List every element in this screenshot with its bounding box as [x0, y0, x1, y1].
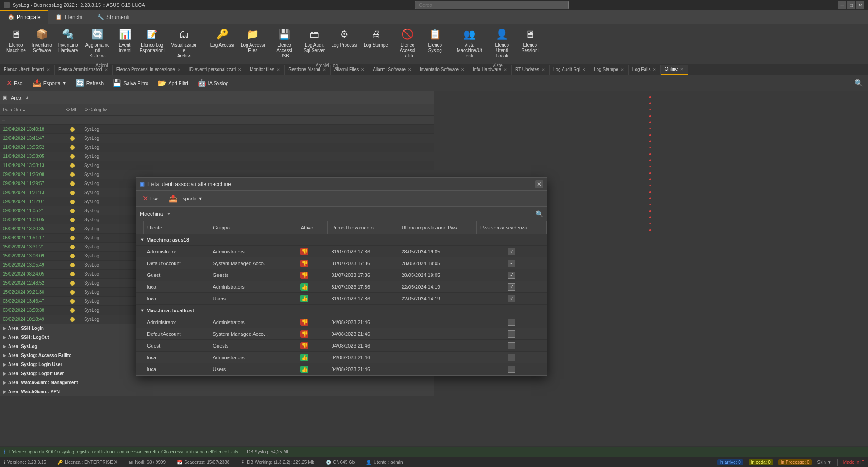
close-tab-processi[interactable]: ✕	[177, 67, 181, 72]
close-tab-utenti-interni[interactable]: ✕	[46, 67, 51, 72]
table-row[interactable]: DefaultAccount System Managed Acco... 👎 …	[136, 257, 547, 269]
close-tab-log-stampe[interactable]: ✕	[620, 67, 625, 72]
close-tab-log-fails[interactable]: ✕	[652, 67, 657, 72]
table-row[interactable]: 11/04/2024 13:08:13 SysLog	[0, 161, 434, 170]
modal-esporta-button[interactable]: 📤 Esporta ▼	[165, 192, 206, 205]
refresh-button[interactable]: 🔄 Refresh	[72, 77, 108, 89]
btn-inventario-software[interactable]: 📦 InventarioSoftware	[29, 25, 55, 55]
doc-tab-online[interactable]: Online ✕	[661, 65, 688, 75]
doc-tab-amministratori[interactable]: Elenco Amministratori ✕	[55, 65, 113, 75]
area-sort-icon[interactable]: ▲	[25, 95, 29, 100]
btn-log-audit-sql[interactable]: 🗃 Log AuditSql Server	[301, 25, 327, 55]
btn-eventi-interni[interactable]: 📊 EventiInterni	[114, 25, 136, 55]
apri-filtri-button[interactable]: 📂 Apri Filtri	[154, 77, 191, 89]
maximize-button[interactable]: □	[847, 1, 855, 9]
doc-tab-utenti-interni[interactable]: Elenco Utenti Interni ✕	[0, 65, 55, 75]
table-row[interactable]: 12/04/2024 13:40:18 SysLog	[0, 125, 434, 134]
table-row[interactable]: DefaultAccount System Managed Acco... 👎 …	[136, 328, 547, 340]
expand-syslog[interactable]: ▶	[3, 344, 6, 349]
minimize-button[interactable]: ─	[838, 1, 846, 9]
doc-tab-log-fails[interactable]: Log Fails ✕	[629, 65, 661, 75]
expand-ssh-login[interactable]: ▶	[3, 326, 6, 331]
btn-log-accessi[interactable]: 🔑 Log Accessi	[208, 25, 237, 50]
expand-ssh-logout[interactable]: ▶	[3, 335, 6, 340]
tab-strumenti[interactable]: 🔧 Strumenti	[90, 10, 137, 24]
doc-tab-allarmi-files[interactable]: Allarmi Files ✕	[331, 65, 369, 75]
macchina-filter-label[interactable]: Macchina	[140, 211, 163, 217]
search-icon-right[interactable]: 🔍	[853, 77, 865, 89]
expand-syslog-login-user[interactable]: ▶	[3, 362, 6, 367]
btn-log-processi[interactable]: ⚙ Log Processi	[328, 25, 360, 50]
close-tab-inventario-software[interactable]: ✕	[460, 67, 465, 72]
btn-elenco-sessioni[interactable]: 🖥 ElencoSessioni	[519, 25, 541, 55]
close-tab-id-eventi[interactable]: ✕	[237, 67, 242, 72]
table-row[interactable]: 11/04/2024 13:05:52 SysLog	[0, 143, 434, 152]
table-row[interactable]: Administrator Administrators 👎 31/07/202…	[136, 246, 547, 257]
group-localhost[interactable]: ▼ Macchina: localhost	[136, 305, 547, 316]
esci-button[interactable]: ✕ Esci	[3, 77, 27, 89]
pws-checkbox[interactable]	[508, 272, 515, 279]
table-row[interactable]: luca Administrators 👍 31/07/2023 17:36 2…	[136, 281, 547, 293]
macchina-filter-arrow[interactable]: ▼	[166, 211, 171, 216]
doc-tab-id-eventi[interactable]: ID eventi personalizzati ✕	[185, 65, 246, 75]
table-row[interactable]: 11/04/2024 13:08:05 SysLog	[0, 152, 434, 161]
pws-checkbox[interactable]	[508, 330, 515, 338]
table-row[interactable]: luca Administrators 👍 04/08/2023 21:46	[136, 352, 547, 363]
pws-checkbox[interactable]	[508, 342, 515, 349]
expand-syslog-logoff-user[interactable]: ▶	[3, 371, 6, 376]
doc-tab-processi-eccezione[interactable]: Elenco Processi in eccezione ✕	[113, 65, 185, 75]
btn-vista-macchine-utenti[interactable]: 👥 VistaMacchine/Utenti	[454, 25, 485, 61]
table-row[interactable]: Administrator Administrators 👎 04/08/202…	[136, 316, 547, 328]
modal-esci-button[interactable]: ✕ Esci	[139, 192, 163, 205]
close-tab-monitor-files[interactable]: ✕	[276, 67, 280, 72]
doc-tab-gestione-alarmi[interactable]: Gestione Alarmi ✕	[285, 65, 331, 75]
doc-tab-allarmi-software[interactable]: Allarmi Software ✕	[369, 65, 416, 75]
table-row[interactable]: Guest Guests 👎 31/07/2023 17:36 28/05/20…	[136, 269, 547, 281]
doc-tab-log-stampe[interactable]: Log Stampe ✕	[590, 65, 629, 75]
btn-log-stampe[interactable]: 🖨 Log Stampe	[361, 25, 391, 50]
btn-elenco-macchine[interactable]: 🖥 ElencoMacchine	[4, 25, 28, 55]
doc-tab-inventario-software[interactable]: Inventario Software ✕	[416, 65, 469, 75]
salva-filtro-button[interactable]: 💾 Salva Filtro	[109, 77, 152, 89]
table-row[interactable]: Guest Guests 👎 04/08/2023 21:46	[136, 340, 547, 352]
btn-elenco-log-esportazioni[interactable]: 📝 Elenco LogEsportazioni	[137, 25, 167, 55]
btn-elenco-utenti-locali[interactable]: 👤 Elenco UtentiLocali	[486, 25, 518, 61]
pws-checkbox[interactable]	[508, 248, 515, 255]
close-tab-allarmi-files[interactable]: ✕	[360, 67, 365, 72]
tab-elenchi[interactable]: 📋 Elenchi	[48, 10, 90, 24]
esporta-button[interactable]: 📤 Esporta ▼	[29, 77, 70, 89]
btn-visualizzatore-archivi[interactable]: 🗂 VisualizzatoreArchivi	[168, 25, 200, 61]
log-row-expand[interactable]: ─	[0, 116, 434, 125]
expand-watchguard-management[interactable]: ▶	[3, 380, 6, 385]
pws-checkbox[interactable]	[508, 354, 515, 361]
btn-log-accessi-files[interactable]: 📁 Log AccessiFiles	[238, 25, 267, 55]
close-tab-allarmi-software[interactable]: ✕	[408, 67, 412, 72]
table-row[interactable]: luca Users 👍 04/08/2023 21:46	[136, 363, 547, 375]
close-tab-rt-updates[interactable]: ✕	[541, 67, 545, 72]
skin-item[interactable]: Skin ▼	[817, 460, 832, 465]
close-tab-online[interactable]: ✕	[679, 67, 684, 71]
expand-syslog-accesso-fallito[interactable]: ▶	[3, 353, 6, 358]
doc-tab-monitor-files[interactable]: Monitor files ✕	[246, 65, 285, 75]
btn-inventario-hardware[interactable]: 🔩 InventarioHardware	[56, 25, 81, 55]
tab-principale[interactable]: 🏠 Principale	[0, 10, 48, 24]
doc-tab-info-hardware[interactable]: Info Hardware ✕	[469, 65, 512, 75]
table-row[interactable]: luca Users 👍 31/07/2023 17:36 22/05/2024…	[136, 293, 547, 305]
close-tab-info-hardware[interactable]: ✕	[503, 67, 508, 72]
pws-checkbox[interactable]	[508, 319, 515, 326]
btn-elenco-accessi-falliti[interactable]: 🚫 Elenco AccessiFalliti	[392, 25, 423, 61]
pws-checkbox[interactable]	[508, 260, 515, 267]
categ-settings-icon[interactable]: ⚙	[84, 107, 88, 112]
btn-elenco-syslog[interactable]: 📋 ElencoSyslog	[424, 25, 446, 55]
doc-tab-rt-updates[interactable]: RT Updates ✕	[512, 65, 550, 75]
col-data-ora[interactable]: Data Ora ▲	[0, 104, 63, 115]
group-asus18[interactable]: ▼ Macchina: asus18	[136, 234, 547, 246]
table-row[interactable]: 12/04/2024 13:41:47 SysLog	[0, 134, 434, 143]
search-input[interactable]	[415, 1, 569, 9]
pws-checkbox[interactable]	[508, 283, 515, 291]
btn-elenco-accessi-usb[interactable]: 💾 Elenco AccessiUSB	[268, 25, 300, 61]
doc-tab-log-audit-sql[interactable]: Log Audit Sql ✕	[550, 65, 590, 75]
ml-settings-icon[interactable]: ⚙	[66, 107, 70, 112]
modal-search-icon[interactable]: 🔍	[536, 210, 543, 218]
close-tab-log-audit-sql[interactable]: ✕	[582, 67, 586, 72]
